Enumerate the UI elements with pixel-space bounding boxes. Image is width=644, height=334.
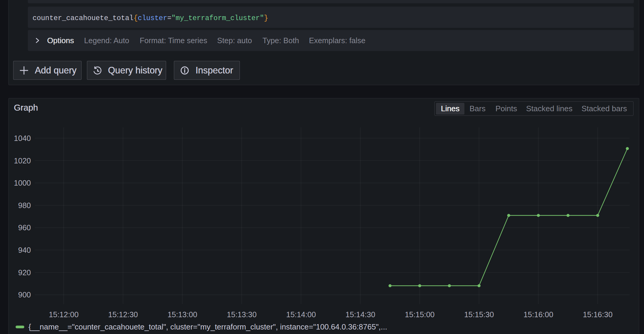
svg-text:15:16:00: 15:16:00: [523, 310, 553, 319]
svg-text:15:14:00: 15:14:00: [286, 310, 316, 319]
svg-text:15:12:30: 15:12:30: [108, 310, 138, 319]
svg-text:15:16:30: 15:16:30: [583, 310, 613, 319]
svg-text:960: 960: [18, 223, 31, 232]
svg-text:15:13:30: 15:13:30: [227, 310, 257, 319]
svg-text:900: 900: [18, 291, 31, 299]
svg-text:1000: 1000: [14, 179, 31, 187]
svg-text:15:13:00: 15:13:00: [168, 310, 197, 319]
svg-text:920: 920: [18, 268, 31, 277]
svg-text:940: 940: [18, 246, 31, 254]
svg-text:15:14:30: 15:14:30: [345, 310, 375, 319]
svg-text:980: 980: [18, 201, 31, 210]
svg-text:1020: 1020: [14, 157, 31, 165]
svg-text:15:12:00: 15:12:00: [49, 310, 79, 319]
svg-text:15:15:30: 15:15:30: [464, 310, 494, 319]
svg-text:1040: 1040: [14, 134, 31, 142]
svg-text:15:15:00: 15:15:00: [405, 310, 434, 319]
